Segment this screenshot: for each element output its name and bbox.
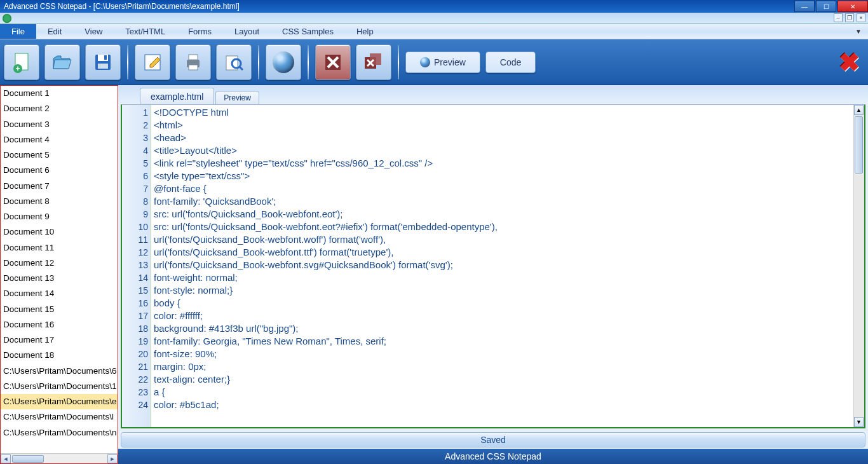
remove-tags-button[interactable]	[356, 44, 391, 80]
menu-layout[interactable]: Layout	[223, 24, 271, 39]
code-label: Code	[500, 57, 521, 67]
browser-button[interactable]	[266, 44, 301, 80]
document-list-item[interactable]: Document 18	[1, 348, 118, 363]
print-button[interactable]	[175, 44, 211, 80]
toolbar: + Pre	[0, 39, 868, 85]
menu-edit[interactable]: Edit	[36, 24, 73, 39]
code-content[interactable]: <!DOCTYPE html<html><head><title>Layout<…	[151, 105, 853, 427]
file-tab[interactable]: example.html	[140, 88, 214, 104]
menu-texthtml[interactable]: Text/HTML	[114, 24, 177, 39]
scroll-left-arrow[interactable]: ◄	[1, 454, 11, 463]
status-text: Saved	[480, 435, 506, 445]
svg-rect-6	[104, 55, 107, 60]
document-list-item[interactable]: Document 12	[1, 256, 118, 271]
footer-bar: Advanced CSS Notepad	[118, 449, 868, 464]
svg-text:+: +	[15, 64, 20, 73]
toolbar-divider-4	[398, 45, 399, 79]
svg-rect-5	[98, 64, 108, 69]
save-button[interactable]	[85, 44, 121, 80]
menu-dropdown-icon[interactable]: ▼	[855, 28, 862, 35]
document-list-item[interactable]: C:\Users\Pritam\Documents\e	[1, 394, 118, 409]
minimize-button[interactable]: —	[794, 1, 815, 12]
document-list-item[interactable]: Document 1	[1, 86, 118, 101]
edit-button[interactable]	[135, 44, 170, 80]
window-controls: — ☐ ✕	[793, 1, 868, 12]
document-list-item[interactable]: C:\Users\Pritam\Documents\1	[1, 379, 118, 394]
document-list-item[interactable]: Document 15	[1, 302, 118, 317]
ribbon-header: – ❐ ×	[0, 13, 868, 24]
globe-icon	[273, 51, 294, 73]
document-list-item[interactable]: Document 13	[1, 271, 118, 286]
new-document-button[interactable]: +	[4, 44, 39, 80]
document-list-item[interactable]: Document 4	[1, 132, 118, 147]
document-list[interactable]: Document 1Document 2Document 3Document 4…	[1, 86, 118, 453]
mdi-close-button[interactable]: ×	[857, 13, 865, 22]
menu-help[interactable]: Help	[345, 24, 385, 39]
menu-file[interactable]: File	[0, 24, 36, 39]
document-list-item[interactable]: C:\Users\Pritam\Documents\l	[1, 409, 118, 425]
document-list-item[interactable]: Document 17	[1, 332, 118, 348]
svg-rect-10	[189, 65, 198, 70]
document-list-item[interactable]: Document 3	[1, 117, 118, 132]
document-list-item[interactable]: Document 11	[1, 240, 118, 256]
remove-tag-button[interactable]	[315, 44, 351, 80]
status-bar: Saved	[121, 432, 865, 447]
preview-label: Preview	[434, 57, 466, 67]
sidebar-h-scrollbar[interactable]: ◄ ►	[1, 453, 118, 463]
document-list-item[interactable]: C:\Users\Pritam\Documents\n	[1, 425, 118, 440]
document-list-item[interactable]: Document 8	[1, 194, 118, 209]
scroll-down-arrow[interactable]: ▼	[854, 417, 864, 427]
close-document-button[interactable]: ✖	[839, 48, 860, 77]
window-titlebar: Advanced CSS Notepad - [C:\Users\Pritam\…	[0, 0, 868, 13]
toolbar-divider	[127, 45, 128, 79]
search-button[interactable]	[216, 44, 252, 80]
code-button[interactable]: Code	[485, 51, 536, 73]
open-button[interactable]	[44, 44, 80, 80]
document-list-item[interactable]: Document 16	[1, 317, 118, 332]
mdi-restore-button[interactable]: ❐	[845, 13, 854, 22]
document-list-item[interactable]: Document 14	[1, 286, 118, 301]
document-list-item[interactable]: C:\Users\Pritam\Documents\6	[1, 364, 118, 379]
toolbar-divider-2	[258, 45, 259, 79]
maximize-button[interactable]: ☐	[816, 1, 836, 12]
scroll-up-arrow[interactable]: ▲	[854, 105, 864, 115]
menu-forms[interactable]: Forms	[177, 24, 223, 39]
toolbar-divider-3	[308, 45, 309, 79]
close-button[interactable]: ✕	[837, 1, 868, 12]
line-gutter: 123456789101112131415161718192021222324	[122, 105, 151, 427]
preview-button[interactable]: Preview	[405, 51, 480, 73]
scroll-thumb[interactable]	[12, 455, 44, 463]
document-list-item[interactable]: Document 6	[1, 163, 118, 178]
window-title: Advanced CSS Notepad - [C:\Users\Pritam\…	[4, 2, 240, 11]
document-list-item[interactable]: Document 5	[1, 147, 118, 163]
document-list-item[interactable]: Document 2	[1, 101, 118, 116]
document-list-item[interactable]: Document 7	[1, 179, 118, 194]
v-scroll-thumb[interactable]	[855, 116, 863, 174]
menu-bar: FileEditViewText/HTMLFormsLayoutCSS Samp…	[0, 24, 868, 39]
footer-text: Advanced CSS Notepad	[445, 451, 541, 461]
mdi-minimize-button[interactable]: –	[834, 13, 843, 22]
globe-small-icon	[420, 57, 430, 67]
editor-tabbar: example.html Preview	[118, 85, 868, 104]
preview-tab[interactable]: Preview	[215, 91, 259, 104]
code-editor[interactable]: 123456789101112131415161718192021222324 …	[121, 104, 865, 428]
menu-csssamples[interactable]: CSS Samples	[271, 24, 345, 39]
editor-v-scrollbar[interactable]: ▲ ▼	[853, 105, 864, 427]
document-list-item[interactable]: Document 9	[1, 209, 118, 224]
scroll-right-arrow[interactable]: ►	[107, 454, 118, 463]
app-icon	[3, 14, 11, 23]
menu-view[interactable]: View	[73, 24, 114, 39]
svg-line-13	[240, 67, 243, 70]
svg-rect-9	[189, 55, 198, 60]
document-list-item[interactable]: Document 10	[1, 224, 118, 240]
document-sidebar: Document 1Document 2Document 3Document 4…	[0, 85, 118, 464]
